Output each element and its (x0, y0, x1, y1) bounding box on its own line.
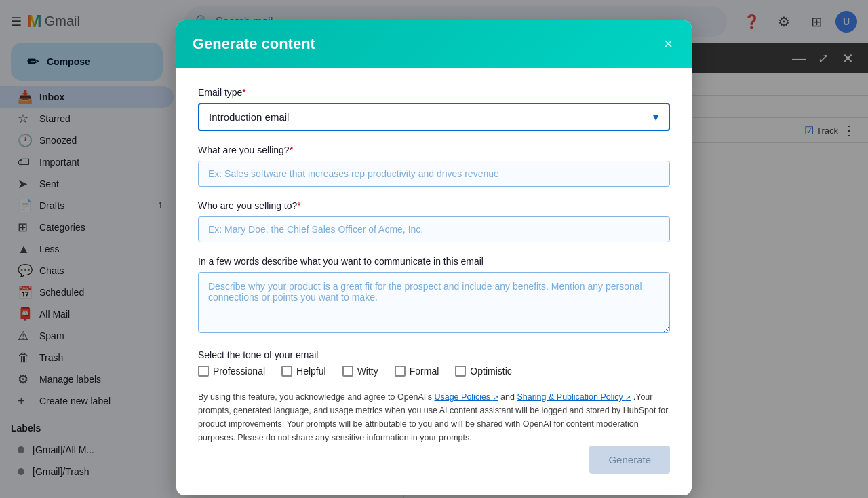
formal-label: Formal (410, 366, 439, 377)
helpful-checkbox[interactable] (281, 366, 292, 377)
email-type-select-wrapper: Introduction email Follow-up email Cold … (198, 103, 670, 131)
footer-text-1: By using this feature, you acknowledge a… (198, 392, 434, 402)
selling-to-group: Who are you selling to?* (198, 200, 670, 242)
tone-group: Select the tone of your email Profession… (198, 349, 670, 377)
footer-text-2: and (498, 392, 517, 402)
tone-professional[interactable]: Professional (198, 366, 265, 377)
modal-overlay: Generate content × Email type* Introduct… (0, 0, 868, 498)
optimistic-label: Optimistic (470, 366, 511, 377)
selling-group: What are you selling?* (198, 145, 670, 187)
communicate-label: In a few words describe what you want to… (198, 256, 670, 267)
selling-label: What are you selling?* (198, 145, 670, 155)
selling-input[interactable] (198, 161, 670, 187)
footer-text: By using this feature, you acknowledge a… (198, 390, 670, 444)
modal-header: Generate content × (176, 20, 692, 68)
professional-label: Professional (213, 366, 265, 377)
modal-footer: Generate (176, 446, 692, 495)
tone-label: Select the tone of your email (198, 349, 670, 360)
modal-body: Email type* Introduction email Follow-up… (176, 68, 692, 446)
modal-close-button[interactable]: × (661, 34, 675, 54)
usage-policies-link[interactable]: Usage Policies ↗ (434, 392, 498, 402)
generate-content-modal: Generate content × Email type* Introduct… (176, 20, 692, 495)
usage-policies-external-icon: ↗ (493, 394, 498, 401)
tone-formal[interactable]: Formal (395, 366, 439, 377)
tone-witty[interactable]: Witty (342, 366, 378, 377)
generate-button[interactable]: Generate (589, 446, 670, 474)
witty-label: Witty (357, 366, 378, 377)
tone-helpful[interactable]: Helpful (281, 366, 326, 377)
email-type-label: Email type* (198, 87, 670, 98)
communicate-textarea[interactable] (198, 272, 670, 333)
sharing-policy-link[interactable]: Sharing & Publication Policy ↗ (517, 392, 631, 402)
witty-checkbox[interactable] (342, 366, 353, 377)
selling-to-input[interactable] (198, 216, 670, 242)
selling-to-label: Who are you selling to?* (198, 200, 670, 211)
email-type-group: Email type* Introduction email Follow-up… (198, 87, 670, 131)
professional-checkbox[interactable] (198, 366, 209, 377)
email-type-select[interactable]: Introduction email Follow-up email Cold … (198, 103, 670, 131)
optimistic-checkbox[interactable] (455, 366, 466, 377)
modal-title: Generate content (193, 35, 315, 53)
tone-checkbox-group: Professional Helpful Witty Formal (198, 366, 670, 377)
tone-optimistic[interactable]: Optimistic (455, 366, 511, 377)
communicate-group: In a few words describe what you want to… (198, 256, 670, 336)
formal-checkbox[interactable] (395, 366, 406, 377)
helpful-label: Helpful (296, 366, 326, 377)
